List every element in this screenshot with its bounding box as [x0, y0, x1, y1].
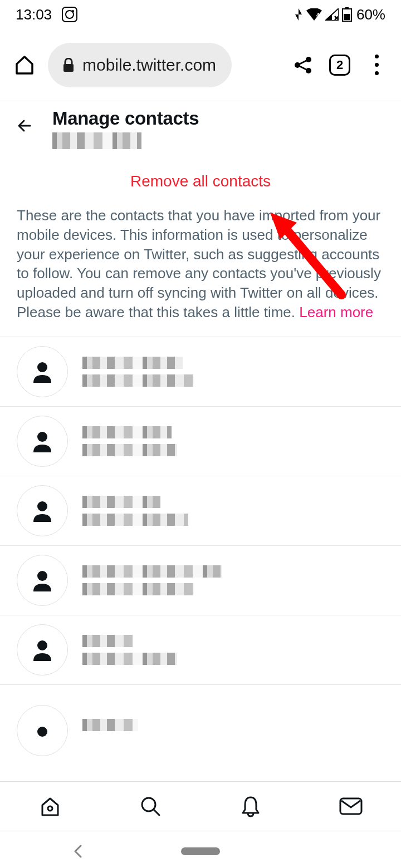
status-icons: 4 60% — [294, 6, 385, 23]
status-time: 13:03 — [16, 6, 52, 23]
svg-rect-9 — [344, 14, 350, 20]
page-title: Manage contacts — [52, 108, 199, 129]
svg-rect-10 — [63, 64, 74, 72]
avatar-icon — [17, 705, 68, 756]
svg-point-13 — [306, 68, 311, 73]
nav-search[interactable] — [100, 782, 200, 831]
contact-info-redacted — [82, 357, 194, 387]
tabs-button[interactable]: 2 — [326, 52, 353, 78]
signal-icon — [325, 8, 339, 21]
avatar-icon — [17, 346, 68, 397]
contact-info-redacted — [82, 719, 138, 731]
browser-menu-button[interactable] — [363, 52, 390, 78]
avatar-icon — [17, 416, 68, 467]
svg-marker-0 — [299, 8, 302, 14]
battery-icon — [342, 7, 352, 22]
avatar-icon — [17, 555, 68, 606]
svg-text:4: 4 — [316, 12, 320, 18]
url-text: mobile.twitter.com — [82, 56, 216, 75]
tab-count: 2 — [329, 55, 350, 76]
contact-row[interactable] — [0, 476, 401, 546]
status-bar: 13:03 4 60% — [0, 0, 401, 29]
svg-point-21 — [37, 727, 47, 737]
battery-percent: 60% — [356, 6, 385, 23]
browser-toolbar: mobile.twitter.com 2 — [0, 29, 401, 101]
contact-row[interactable] — [0, 615, 401, 685]
svg-point-22 — [48, 806, 52, 811]
description-text: These are the contacts that you have imp… — [0, 206, 401, 337]
svg-point-16 — [37, 362, 47, 372]
svg-marker-1 — [295, 14, 299, 21]
svg-line-24 — [154, 810, 159, 815]
bottom-nav — [0, 781, 401, 831]
contact-row[interactable] — [0, 546, 401, 615]
nav-home[interactable] — [0, 782, 100, 831]
contact-info-redacted — [82, 426, 177, 456]
contact-row[interactable] — [0, 685, 401, 765]
contact-info-redacted — [82, 496, 188, 526]
nav-messages[interactable] — [301, 782, 401, 831]
instagram-notification-icon — [62, 7, 77, 22]
svg-point-11 — [306, 57, 311, 62]
url-bar[interactable]: mobile.twitter.com — [48, 43, 232, 87]
svg-rect-25 — [340, 798, 361, 814]
nav-notifications[interactable] — [200, 782, 301, 831]
lock-icon — [62, 58, 75, 72]
remove-all-contacts-button[interactable]: Remove all contacts — [0, 154, 401, 206]
contact-row[interactable] — [0, 407, 401, 476]
contacts-list — [0, 337, 401, 765]
account-handle-redacted — [52, 132, 141, 149]
learn-more-link[interactable]: Learn more — [299, 304, 373, 320]
share-button[interactable] — [290, 52, 316, 78]
system-nav-bar — [0, 840, 401, 862]
svg-point-18 — [37, 501, 47, 511]
svg-point-20 — [37, 640, 47, 650]
svg-point-17 — [37, 432, 47, 442]
avatar-icon — [17, 485, 68, 536]
system-back-button[interactable] — [72, 844, 84, 859]
page-header: Manage contacts — [0, 101, 401, 154]
svg-rect-8 — [345, 7, 349, 9]
back-button[interactable] — [10, 111, 39, 140]
svg-line-14 — [300, 61, 306, 64]
wifi-icon: 4 — [306, 8, 322, 21]
svg-point-19 — [37, 571, 47, 581]
svg-point-12 — [295, 62, 300, 68]
browser-home-button[interactable] — [11, 52, 38, 78]
contact-info-redacted — [82, 565, 222, 595]
svg-line-15 — [300, 66, 306, 70]
avatar-icon — [17, 624, 68, 675]
system-nav-pill[interactable] — [181, 847, 220, 855]
contact-row[interactable] — [0, 337, 401, 407]
contact-info-redacted — [82, 635, 177, 665]
